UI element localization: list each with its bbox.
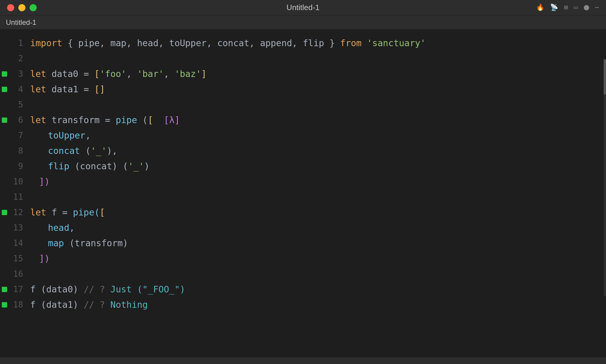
- gutter-indicator: [0, 302, 9, 307]
- token: []: [94, 82, 105, 97]
- token: data1 =: [46, 82, 94, 97]
- table-row: 4let data1 = []: [0, 82, 606, 97]
- table-row: 5: [0, 97, 606, 112]
- code-line[interactable]: let data0 = ['foo', 'bar', 'baz']: [30, 66, 207, 82]
- tab-title[interactable]: Untitled-1: [6, 18, 36, 27]
- title-bar: Untitled-1 🔥 📡 ⊞ ▭ ⋯: [0, 0, 606, 15]
- token: concat: [48, 143, 80, 159]
- token: // ?: [84, 297, 110, 313]
- token: let: [30, 112, 46, 128]
- code-line[interactable]: f (data1) // ? Nothing: [30, 297, 148, 313]
- window-title: Untitled-1: [286, 3, 319, 12]
- token: (: [80, 143, 91, 159]
- code-line[interactable]: toUpper,: [30, 128, 91, 143]
- token: '_': [128, 159, 144, 174]
- table-row: 15]): [0, 251, 606, 266]
- table-row: 16: [0, 266, 606, 282]
- line-number: 6: [9, 112, 30, 128]
- token: flip: [48, 159, 69, 174]
- traffic-lights: [7, 4, 37, 11]
- token: '_': [91, 143, 107, 159]
- green-dot: [2, 71, 7, 77]
- token: // ?: [84, 282, 110, 297]
- line-number: 9: [9, 159, 30, 174]
- table-row: 10]): [0, 174, 606, 189]
- token: f (data0): [30, 282, 84, 297]
- code-line[interactable]: let data1 = []: [30, 82, 105, 97]
- gutter-indicator: [0, 210, 9, 215]
- token: head,: [48, 220, 75, 236]
- toolbar-right: 🔥 📡 ⊞ ▭ ⋯: [536, 4, 599, 12]
- grid-icon[interactable]: ⊞: [564, 4, 568, 12]
- table-row: 18f (data1) // ? Nothing: [0, 297, 606, 313]
- token: [: [164, 112, 169, 128]
- line-number: 3: [9, 66, 30, 82]
- code-line[interactable]: map (transform): [30, 236, 128, 251]
- table-row: 17f (data0) // ? Just ("_FOO_"): [0, 282, 606, 297]
- minimize-button[interactable]: [18, 4, 25, 11]
- table-row: 14map (transform): [0, 236, 606, 251]
- token: Just ("_FOO_"): [110, 282, 185, 297]
- green-dot: [2, 117, 7, 123]
- flame-icon[interactable]: 🔥: [536, 4, 544, 12]
- code-line[interactable]: concat ('_'),: [30, 143, 117, 159]
- token: let: [30, 82, 46, 97]
- token: ]): [39, 174, 50, 189]
- close-button[interactable]: [7, 4, 14, 11]
- token: 'foo': [100, 66, 126, 82]
- token: { pipe, map, head, toUpper, concat, appe…: [62, 36, 340, 51]
- table-row: 12let f = pipe([: [0, 205, 606, 220]
- line-number: 2: [9, 51, 30, 66]
- code-line[interactable]: let transform = pipe ([ [λ]: [30, 112, 180, 128]
- line-number: 18: [9, 297, 30, 313]
- code-line[interactable]: let f = pipe([: [30, 205, 105, 220]
- more-icon[interactable]: ⋯: [595, 4, 599, 12]
- token: pipe(: [73, 205, 100, 220]
- token: λ: [169, 112, 175, 128]
- table-row: 13head,: [0, 220, 606, 236]
- table-row: 1import { pipe, map, head, toUpper, conc…: [0, 36, 606, 51]
- code-line[interactable]: f (data0) // ? Just ("_FOO_"): [30, 282, 185, 297]
- token: 'baz': [175, 66, 201, 82]
- token: [: [100, 205, 105, 220]
- token: (: [137, 112, 148, 128]
- token: data0 =: [46, 66, 94, 82]
- line-number: 15: [9, 251, 30, 266]
- scrollbar[interactable]: [604, 59, 606, 296]
- maximize-button[interactable]: [30, 4, 37, 11]
- line-number: 16: [9, 266, 30, 282]
- editor-container: 1import { pipe, map, head, toUpper, conc…: [0, 30, 606, 357]
- token: ]: [201, 66, 207, 82]
- token: ]: [175, 112, 180, 128]
- token: ,: [164, 66, 175, 82]
- panel-icon[interactable]: ▭: [574, 4, 578, 12]
- code-line[interactable]: head,: [30, 220, 75, 236]
- token: import: [30, 36, 62, 51]
- table-row: 11: [0, 189, 606, 205]
- code-line[interactable]: flip (concat) ('_'): [30, 159, 149, 174]
- line-number: 1: [9, 36, 30, 51]
- line-number: 14: [9, 236, 30, 251]
- table-row: 2: [0, 51, 606, 66]
- token: ),: [107, 143, 117, 159]
- green-dot: [2, 87, 7, 92]
- green-dot: [2, 302, 7, 307]
- broadcast-icon[interactable]: 📡: [550, 4, 558, 12]
- code-line[interactable]: import { pipe, map, head, toUpper, conca…: [30, 36, 426, 51]
- token: toUpper,: [48, 128, 91, 143]
- gutter-indicator: [0, 87, 9, 92]
- code-line[interactable]: ]): [30, 174, 50, 189]
- code-editor[interactable]: 1import { pipe, map, head, toUpper, conc…: [0, 30, 606, 357]
- gutter-indicator: [0, 71, 9, 77]
- token: ): [144, 159, 149, 174]
- table-row: 6let transform = pipe ([ [λ]: [0, 112, 606, 128]
- token: 'sanctuary': [367, 36, 426, 51]
- scrollbar-thumb[interactable]: [604, 59, 606, 95]
- token: [362, 36, 367, 51]
- token: [: [94, 66, 100, 82]
- token: let: [30, 205, 46, 220]
- code-line[interactable]: ]): [30, 251, 50, 266]
- token: (transform): [64, 236, 128, 251]
- line-number: 8: [9, 143, 30, 159]
- token: transform =: [46, 112, 116, 128]
